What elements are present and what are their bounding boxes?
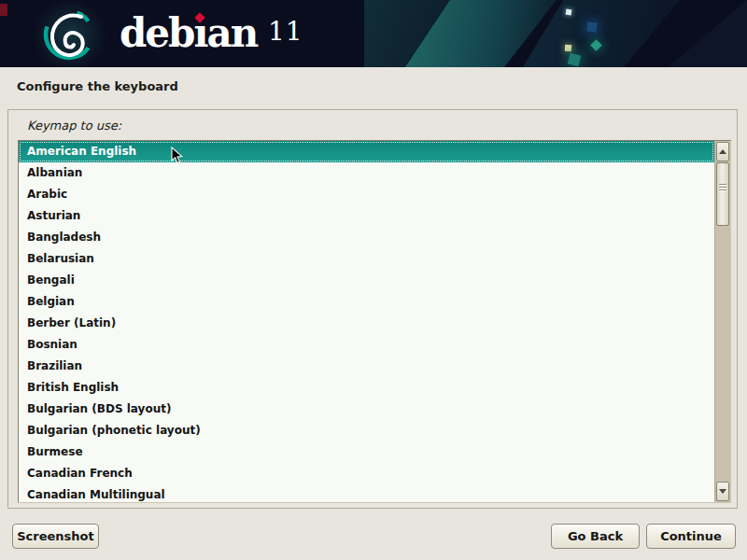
banner-corner-accent <box>0 4 7 16</box>
debian-swirl-logo-icon <box>41 7 97 63</box>
page-title: Configure the keyboard <box>17 79 178 93</box>
banner-square-blue <box>587 22 598 33</box>
keymap-option[interactable]: Belgian <box>19 291 714 313</box>
mouse-cursor-icon <box>171 147 183 164</box>
keymap-option[interactable]: Bulgarian (phonetic layout) <box>19 420 714 441</box>
keymap-option[interactable]: Canadian Multilingual <box>19 484 714 502</box>
scrollbar-grip-icon <box>717 184 728 192</box>
debian-diamond-dot-icon <box>195 12 205 22</box>
keymap-option[interactable]: British English <box>19 377 714 399</box>
keymap-option[interactable]: Bangladesh <box>19 227 714 248</box>
keymap-option[interactable]: Albanian <box>19 162 714 184</box>
brand-wordmark: debıan <box>120 7 257 60</box>
chevron-up-icon <box>719 149 726 154</box>
continue-button[interactable]: Continue <box>646 524 736 549</box>
installer-banner: debıan 11 <box>0 0 747 67</box>
keymap-option[interactable]: Berber (Latin) <box>19 313 714 334</box>
keymap-option[interactable]: Burmese <box>19 441 714 463</box>
keymap-option[interactable]: Arabic <box>19 184 714 205</box>
keymap-option[interactable]: Belarusian <box>19 248 714 270</box>
brand-version: 11 <box>268 16 303 47</box>
keymap-frame: Keymap to use: American EnglishAlbanianA… <box>7 109 738 509</box>
scrollbar[interactable] <box>714 141 730 502</box>
banner-square-yellow <box>565 45 571 51</box>
keymap-label: Keymap to use: <box>27 119 121 133</box>
scrollbar-thumb[interactable] <box>716 162 729 226</box>
keymap-option[interactable]: Bulgarian (BDS layout) <box>19 399 714 420</box>
keymap-listbox: American EnglishAlbanianArabicAsturianBa… <box>18 140 731 503</box>
keymap-option[interactable]: Asturian <box>19 205 714 227</box>
brand-letter-i: ı <box>193 7 206 60</box>
scrollbar-down-button[interactable] <box>716 482 729 501</box>
keymap-option[interactable]: Bengali <box>19 270 714 291</box>
keymap-list: American EnglishAlbanianArabicAsturianBa… <box>19 141 714 502</box>
banner-square-white <box>566 9 572 16</box>
scrollbar-up-button[interactable] <box>716 142 729 161</box>
keymap-option[interactable]: Bosnian <box>19 334 714 356</box>
keymap-option[interactable]: American English <box>19 141 714 162</box>
keymap-option[interactable]: Canadian French <box>19 463 714 484</box>
screenshot-button[interactable]: Screenshot <box>12 524 99 549</box>
go-back-button[interactable]: Go Back <box>551 524 640 549</box>
keymap-option[interactable]: Brazilian <box>19 356 714 377</box>
chevron-down-icon <box>719 489 726 494</box>
